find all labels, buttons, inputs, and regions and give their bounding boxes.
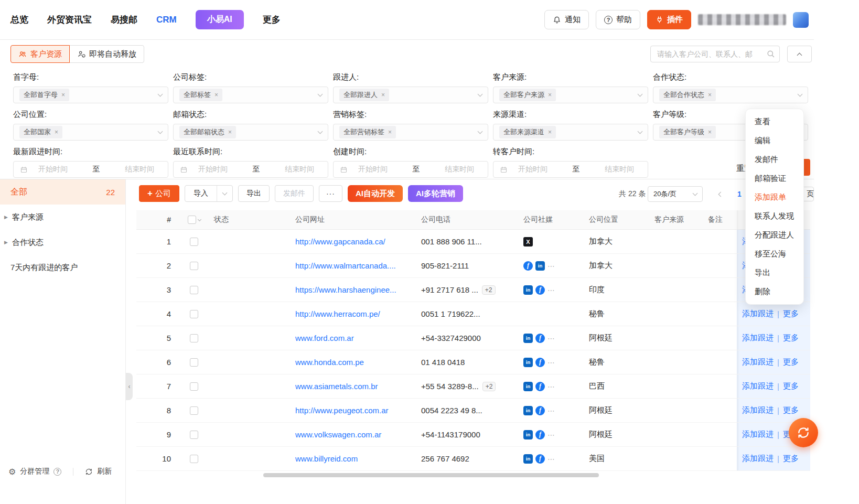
row-checkbox[interactable] <box>190 286 198 294</box>
remove-tag-icon[interactable]: × <box>708 91 712 99</box>
more-social-icon[interactable]: ⋯ <box>547 431 555 439</box>
facebook-icon[interactable]: f <box>535 406 545 415</box>
more-social-icon[interactable]: ⋯ <box>547 406 555 415</box>
row-checkbox[interactable] <box>190 358 198 367</box>
menu-email-verify[interactable]: 邮箱验证 <box>746 169 803 188</box>
row-checkbox[interactable] <box>190 431 198 439</box>
more-social-icon[interactable]: ⋯ <box>547 334 555 342</box>
nav-crm[interactable]: CRM <box>156 15 177 25</box>
company-website-link[interactable]: http://www.peugeot.com.ar <box>295 406 389 415</box>
remove-tag-icon[interactable]: × <box>61 91 65 99</box>
menu-export[interactable]: 导出 <box>746 263 803 282</box>
filter-customer-source-select[interactable]: 全部客户来源× <box>493 87 648 103</box>
menu-view[interactable]: 查看 <box>746 112 803 131</box>
horizontal-scrollbar[interactable] <box>263 473 599 477</box>
linkedin-icon[interactable]: in <box>523 358 533 367</box>
more-social-icon[interactable]: ⋯ <box>547 286 555 294</box>
sidebar-item-all[interactable]: 全部 22 <box>0 179 125 205</box>
linkedin-icon[interactable]: in <box>523 430 533 439</box>
company-website-link[interactable]: www.ford.com.ar <box>295 334 354 342</box>
row-checkbox[interactable] <box>190 334 198 342</box>
facebook-icon[interactable]: f <box>535 285 545 295</box>
filter-company-location-select[interactable]: 全部国家× <box>13 124 168 141</box>
filter-recent-contact-time-range[interactable]: 开始时间 至 结束时间 <box>173 161 328 178</box>
filter-marketing-tag-select[interactable]: 全部营销标签× <box>333 124 488 141</box>
gear-icon[interactable]: ⚙ <box>8 467 16 477</box>
menu-contact-discovery[interactable]: 联系人发现 <box>746 207 803 226</box>
help-button[interactable]: ? 帮助 <box>596 10 640 29</box>
row-checkbox[interactable] <box>190 406 198 415</box>
menu-edit[interactable]: 编辑 <box>746 131 803 150</box>
more-actions-link[interactable]: 更多 <box>783 309 799 319</box>
phone-extra-badge[interactable]: +2 <box>482 285 496 295</box>
row-checkbox[interactable] <box>190 455 198 463</box>
linkedin-icon[interactable]: in <box>523 406 533 415</box>
company-website-link[interactable]: http://www.walmartcanada.... <box>295 261 396 270</box>
filter-email-status-select[interactable]: 全部邮箱状态× <box>173 124 328 141</box>
prev-page-button[interactable] <box>714 186 727 202</box>
menu-send-email[interactable]: 发邮件 <box>746 150 803 169</box>
remove-tag-icon[interactable]: × <box>381 91 385 99</box>
more-actions-link[interactable]: 更多 <box>783 405 799 415</box>
add-followup-link[interactable]: 添加跟进 <box>742 405 774 415</box>
linkedin-icon[interactable]: in <box>523 454 533 464</box>
search-icon[interactable] <box>766 49 775 60</box>
sidebar-item-customer-source[interactable]: ▶ 客户来源 <box>0 205 125 230</box>
facebook-icon[interactable]: f <box>535 382 545 391</box>
nav-overview[interactable]: 总览 <box>10 14 28 26</box>
company-website-link[interactable]: www.honda.com.pe <box>295 358 364 367</box>
add-followup-link[interactable]: 添加跟进 <box>742 333 774 343</box>
sidebar-collapse-handle[interactable]: ‹ <box>126 373 133 400</box>
remove-tag-icon[interactable]: × <box>228 128 232 136</box>
more-actions-link[interactable]: 更多 <box>783 333 799 343</box>
filter-first-letter-select[interactable]: 全部首字母× <box>13 87 168 103</box>
row-checkbox[interactable] <box>190 262 198 270</box>
menu-add-order[interactable]: 添加跟单 <box>746 188 803 207</box>
row-checkbox[interactable] <box>190 382 198 391</box>
select-all-checkbox[interactable] <box>188 216 196 224</box>
refresh-button[interactable]: 刷新 <box>97 467 112 476</box>
menu-move-to-public[interactable]: 移至公海 <box>746 244 803 263</box>
help-circle-icon[interactable]: ? <box>53 468 61 476</box>
facebook-icon[interactable]: f <box>535 454 545 464</box>
user-avatar[interactable] <box>793 12 809 28</box>
company-website-link[interactable]: www.volkswagen.com.ar <box>295 430 381 439</box>
facebook-icon[interactable]: f <box>535 334 545 343</box>
more-social-icon[interactable]: ⋯ <box>547 382 555 391</box>
notifications-button[interactable]: 通知 <box>544 10 589 29</box>
company-website-link[interactable]: www.asiametals.com.br <box>295 382 378 391</box>
company-website-link[interactable]: https://www.harshaenginee... <box>295 285 396 294</box>
add-followup-link[interactable]: 添加跟进 <box>742 357 774 367</box>
group-manage-button[interactable]: 分群管理 <box>20 467 49 476</box>
expand-triangle-icon[interactable]: ▶ <box>4 240 8 245</box>
linkedin-icon[interactable]: in <box>535 261 545 271</box>
customer-search-input[interactable] <box>650 46 780 62</box>
linkedin-icon[interactable]: in <box>523 334 533 343</box>
collapse-filters-button[interactable] <box>787 46 812 62</box>
nav-more[interactable]: 更多 <box>263 14 281 26</box>
phone-extra-badge[interactable]: +2 <box>482 382 496 391</box>
nav-trade-info[interactable]: 外贸资讯宝 <box>47 14 92 26</box>
add-followup-link[interactable]: 添加跟进 <box>742 309 774 319</box>
row-checkbox[interactable] <box>190 310 198 318</box>
facebook-icon[interactable]: f <box>535 430 545 439</box>
add-followup-link[interactable]: 添加跟进 <box>742 454 774 464</box>
filter-company-tag-select[interactable]: 全部标签× <box>173 87 328 103</box>
more-actions-link[interactable]: 更多 <box>783 381 799 391</box>
company-website-link[interactable]: http://www.herracom.pe/ <box>295 309 380 318</box>
company-website-link[interactable]: www.billyreid.com <box>295 454 358 463</box>
filter-latest-followup-time-range[interactable]: 开始时间 至 结束时间 <box>13 161 168 178</box>
more-social-icon[interactable]: ⋯ <box>547 262 555 270</box>
facebook-icon[interactable]: f <box>523 261 533 271</box>
linkedin-icon[interactable]: in <box>523 285 533 295</box>
remove-tag-icon[interactable]: × <box>55 128 58 136</box>
filter-source-channel-select[interactable]: 全部来源渠道× <box>493 124 648 141</box>
more-social-icon[interactable]: ⋯ <box>547 455 555 463</box>
floating-sync-button[interactable] <box>789 418 818 447</box>
tab-customer-resource[interactable]: 客户资源 <box>10 45 70 63</box>
expand-triangle-icon[interactable]: ▶ <box>4 215 8 220</box>
linkedin-icon[interactable]: in <box>523 382 533 391</box>
more-social-icon[interactable]: ⋯ <box>547 358 555 367</box>
filter-follower-select[interactable]: 全部跟进人× <box>333 87 488 103</box>
remove-tag-icon[interactable]: × <box>548 91 552 99</box>
